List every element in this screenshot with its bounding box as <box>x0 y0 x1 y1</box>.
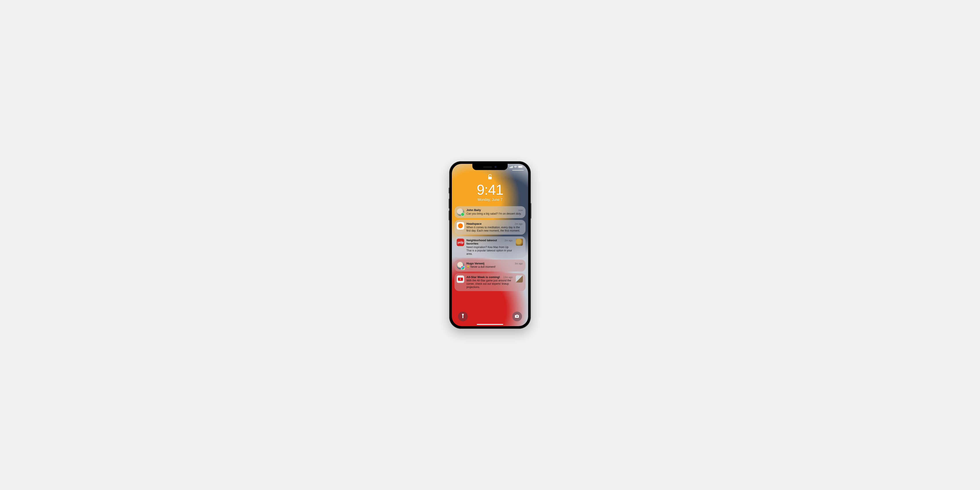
silence-switch[interactable] <box>449 188 449 193</box>
home-indicator[interactable] <box>477 324 503 325</box>
lock-screen-header: 9:41 Monday, June 7 <box>452 174 528 202</box>
bottom-controls <box>452 312 528 321</box>
headspace-icon <box>457 222 464 229</box>
notification-time: 2m ago <box>515 223 523 225</box>
notification-body: 😂 Never a dull moment! <box>466 265 523 269</box>
notification-body: Need inspiration? Kea Mao from Up Thai i… <box>466 246 513 256</box>
svg-rect-8 <box>463 316 463 317</box>
volume-up-button[interactable] <box>449 199 449 208</box>
camera-button[interactable] <box>512 312 522 321</box>
wifi-icon <box>514 165 517 168</box>
sports-thumbnail <box>516 275 523 283</box>
notification-list[interactable]: John Baily now Can you bring a big salad… <box>455 206 525 291</box>
notification-title: Hugo Verweij <box>466 262 485 265</box>
notification-title: Neighborhood takeout favorites <box>466 239 503 245</box>
flashlight-icon <box>461 314 465 319</box>
status-bar <box>509 165 523 168</box>
flashlight-button[interactable] <box>458 312 468 321</box>
espn-icon <box>457 275 464 283</box>
notification-title: Headspace <box>466 222 482 226</box>
svg-rect-6 <box>523 167 523 167</box>
notification-time: 2m ago <box>504 239 513 242</box>
unlock-icon <box>488 174 492 181</box>
notification-item[interactable]: Hugo Verweij 3m ago 😂 Never a dull momen… <box>455 259 525 272</box>
notification-item[interactable]: John Baily now Can you bring a big salad… <box>455 206 525 218</box>
svg-rect-0 <box>509 167 510 168</box>
svg-rect-7 <box>488 177 492 179</box>
svg-rect-1 <box>510 167 511 168</box>
battery-icon <box>518 165 523 168</box>
notification-time: now <box>519 209 523 212</box>
notification-time: 3m ago <box>515 262 523 265</box>
notch <box>473 164 508 170</box>
svg-rect-3 <box>512 166 513 168</box>
slack-avatar-icon <box>457 262 464 269</box>
clock-date: Monday, June 7 <box>478 198 503 202</box>
cellular-signal-icon <box>509 166 513 168</box>
status-underline <box>512 170 524 170</box>
notification-item[interactable]: Headspace 2m ago When it comes to medita… <box>455 220 525 235</box>
notification-body: When it comes to meditation, every day i… <box>466 226 523 232</box>
svg-rect-5 <box>519 166 522 168</box>
clock-time: 9:41 <box>477 183 503 197</box>
volume-down-button[interactable] <box>449 211 449 220</box>
notification-title: All-Star Week is coming! <box>466 275 500 279</box>
yelp-icon: yelp <box>457 239 464 246</box>
notification-time: 13m ago <box>503 276 513 278</box>
phone-screen: 9:41 Monday, June 7 John Baily now Can y… <box>452 164 528 326</box>
notification-body: Can you bring a big salad? I'm on desser… <box>466 212 523 215</box>
notification-item[interactable]: yelp Neighborhood takeout favorites 2m a… <box>455 236 525 258</box>
svg-rect-2 <box>511 167 512 168</box>
notification-item[interactable]: All-Star Week is coming! 13m ago With th… <box>455 273 525 291</box>
power-button[interactable] <box>531 203 531 218</box>
notification-body: With the All-Star game just around the c… <box>466 279 513 289</box>
notification-title: John Baily <box>466 208 481 212</box>
messages-avatar-icon <box>457 208 464 216</box>
phone-frame: 9:41 Monday, June 7 John Baily now Can y… <box>449 161 531 329</box>
svg-point-9 <box>517 315 518 317</box>
camera-icon <box>515 314 519 319</box>
food-thumbnail <box>516 239 523 246</box>
